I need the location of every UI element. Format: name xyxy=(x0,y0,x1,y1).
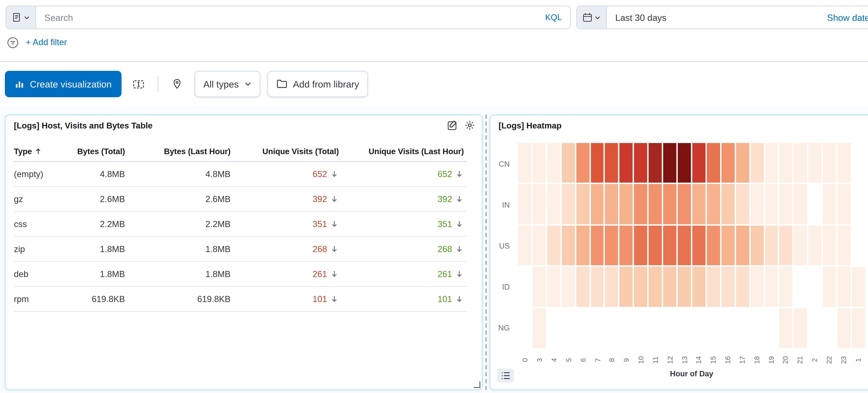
column-header-bytes-total[interactable]: Bytes (Total) xyxy=(58,147,125,155)
heatmap-cell[interactable] xyxy=(605,225,618,265)
heatmap-cell[interactable] xyxy=(808,225,822,265)
add-filter-button[interactable]: + Add filter xyxy=(26,37,67,47)
sort-down-icon[interactable] xyxy=(455,219,464,229)
sort-down-icon[interactable] xyxy=(455,244,464,253)
heatmap-cell[interactable] xyxy=(721,143,735,183)
heatmap-cell[interactable] xyxy=(649,143,662,183)
heatmap-cell[interactable] xyxy=(750,225,764,265)
heatmap-cell[interactable] xyxy=(547,225,560,265)
date-range-display[interactable]: Last 30 days Show dates xyxy=(607,5,868,29)
all-types-dropdown[interactable]: All types xyxy=(194,71,260,97)
heatmap-cell[interactable] xyxy=(547,143,560,183)
heatmap-cell[interactable] xyxy=(750,184,764,224)
heatmap-cell[interactable] xyxy=(678,225,691,265)
heatmap-cell[interactable] xyxy=(838,184,851,224)
heatmap-cell[interactable] xyxy=(634,267,647,307)
heatmap-cell[interactable] xyxy=(794,308,807,348)
heatmap-cell[interactable] xyxy=(649,267,662,307)
heatmap-cell[interactable] xyxy=(533,308,546,348)
heatmap-cell[interactable] xyxy=(736,225,749,265)
kql-language-button[interactable]: KQL xyxy=(545,12,562,22)
heatmap-cell[interactable] xyxy=(692,225,706,265)
heatmap-cell[interactable] xyxy=(823,184,836,224)
show-dates-button[interactable]: Show dates xyxy=(827,12,868,23)
heatmap-cell[interactable] xyxy=(649,225,662,265)
sort-down-icon[interactable] xyxy=(330,244,339,253)
legend-toggle-button[interactable] xyxy=(497,369,514,383)
heatmap-cell[interactable] xyxy=(591,143,604,183)
sort-down-icon[interactable] xyxy=(330,219,339,229)
heatmap-cell[interactable] xyxy=(605,267,618,307)
heatmap-cell[interactable] xyxy=(765,143,778,183)
heatmap-cell[interactable] xyxy=(533,184,546,224)
add-text-annotation-button[interactable] xyxy=(127,71,151,97)
heatmap-cell[interactable] xyxy=(707,267,720,307)
heatmap-cell[interactable] xyxy=(620,267,633,307)
sort-down-icon[interactable] xyxy=(330,170,339,178)
heatmap-cell[interactable] xyxy=(838,143,851,183)
heatmap-cell[interactable] xyxy=(808,143,822,183)
heatmap-cell[interactable] xyxy=(779,143,793,183)
heatmap-cell[interactable] xyxy=(721,184,735,224)
column-header-unique-visits-total[interactable]: Unique Visits (Total) xyxy=(230,147,339,155)
heatmap-cell[interactable] xyxy=(794,184,807,224)
add-map-button[interactable] xyxy=(165,71,189,97)
heatmap-cell[interactable] xyxy=(663,225,677,265)
add-from-library-button[interactable]: Add from library xyxy=(267,71,368,97)
search-input[interactable] xyxy=(44,12,539,23)
heatmap-cell[interactable] xyxy=(765,184,778,224)
heatmap-cell[interactable] xyxy=(576,267,589,307)
heatmap-cell[interactable] xyxy=(765,225,778,265)
heatmap-cell[interactable] xyxy=(634,225,647,265)
sort-down-icon[interactable] xyxy=(330,269,339,278)
sort-down-icon[interactable] xyxy=(455,194,464,204)
heatmap-cell[interactable] xyxy=(779,267,793,307)
heatmap-cell[interactable] xyxy=(678,143,691,183)
sort-down-icon[interactable] xyxy=(455,170,464,178)
heatmap-cell[interactable] xyxy=(838,225,851,265)
heatmap-cell[interactable] xyxy=(721,267,735,307)
heatmap-cell[interactable] xyxy=(707,184,720,224)
heatmap-cell[interactable] xyxy=(663,143,677,183)
heatmap-cell[interactable] xyxy=(750,267,764,307)
heatmap-cell[interactable] xyxy=(765,267,778,307)
create-visualization-button[interactable]: Create visualization xyxy=(5,71,121,97)
heatmap-cell[interactable] xyxy=(736,267,749,307)
panel-resize-divider[interactable] xyxy=(485,115,487,390)
heatmap-cell[interactable] xyxy=(779,225,793,265)
heatmap-cell[interactable] xyxy=(576,225,589,265)
heatmap-cell[interactable] xyxy=(692,143,706,183)
heatmap-cell[interactable] xyxy=(649,184,662,224)
heatmap-cell[interactable] xyxy=(591,267,604,307)
heatmap-cell[interactable] xyxy=(547,267,560,307)
heatmap-cell[interactable] xyxy=(591,225,604,265)
heatmap-cell[interactable] xyxy=(736,143,749,183)
heatmap-cell[interactable] xyxy=(518,225,531,265)
sort-down-icon[interactable] xyxy=(455,269,464,278)
column-header-type[interactable]: Type xyxy=(14,147,58,155)
heatmap-cell[interactable] xyxy=(707,143,720,183)
heatmap-cell[interactable] xyxy=(838,308,851,348)
heatmap-cell[interactable] xyxy=(562,225,575,265)
heatmap-cell[interactable] xyxy=(634,184,647,224)
sort-down-icon[interactable] xyxy=(330,294,339,303)
heatmap-cell[interactable] xyxy=(663,184,677,224)
heatmap-cell[interactable] xyxy=(823,225,836,265)
heatmap-cell[interactable] xyxy=(533,143,546,183)
heatmap-cell[interactable] xyxy=(779,308,793,348)
date-quick-select-button[interactable] xyxy=(576,5,607,29)
heatmap-cell[interactable] xyxy=(794,143,807,183)
heatmap-cell[interactable] xyxy=(533,267,546,307)
filter-menu-icon[interactable] xyxy=(7,36,19,48)
heatmap-cell[interactable] xyxy=(620,143,633,183)
heatmap-cell[interactable] xyxy=(852,267,865,307)
heatmap-cell[interactable] xyxy=(620,184,633,224)
heatmap-cell[interactable] xyxy=(547,184,560,224)
heatmap-cell[interactable] xyxy=(750,143,764,183)
heatmap-cell[interactable] xyxy=(533,225,546,265)
column-header-bytes-last-hour[interactable]: Bytes (Last Hour) xyxy=(125,147,230,155)
panel-resize-handle[interactable] xyxy=(473,381,480,388)
heatmap-cell[interactable] xyxy=(736,184,749,224)
heatmap-cell[interactable] xyxy=(692,267,706,307)
heatmap-cell[interactable] xyxy=(678,184,691,224)
